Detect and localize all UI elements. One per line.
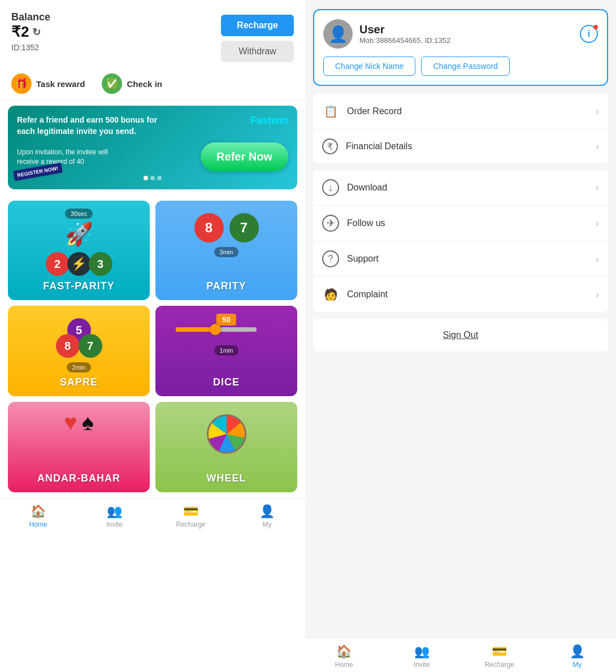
check-in-icon: ✅ <box>102 73 122 94</box>
sapre-circles: 5 8 7 <box>54 318 105 358</box>
parity-card[interactable]: 8 7 3min PARITY <box>155 201 297 300</box>
banner-brand: Fastwin <box>250 115 288 127</box>
home-icon: 🏠 <box>31 504 46 519</box>
parity-circles: 8 7 <box>194 213 259 242</box>
left-panel: Balance ₹2 ↻ ID:1352 Recharge Withdraw 🎁… <box>0 0 305 672</box>
balance-right: Recharge Withdraw <box>221 15 294 62</box>
avatar: 👤 <box>323 19 353 49</box>
task-reward-label: Task reward <box>36 79 85 89</box>
recharge-label: Recharge <box>176 521 205 528</box>
download-icon: ↓ <box>322 179 339 196</box>
financial-details-item[interactable]: ₹ Financial Details › <box>313 129 608 163</box>
dice-card[interactable]: 50 1min DICE <box>155 306 297 396</box>
balance-id: ID:1352 <box>11 43 50 52</box>
profile-card: 👤 User Mob:38866454665, ID:1352 i Change… <box>313 9 608 86</box>
complaint-label: Complaint <box>347 289 388 300</box>
task-row: 🎁 Task reward ✅ Check in <box>0 68 305 100</box>
refer-now-button[interactable]: Refer Now <box>201 142 288 171</box>
balance-amount: ₹2 ↻ <box>11 23 50 41</box>
recharge-button[interactable]: Recharge <box>221 15 294 36</box>
left-nav-home[interactable]: 🏠 Home <box>0 504 76 528</box>
right-nav-invite[interactable]: 👥 Invite <box>383 644 461 669</box>
chevron-icon-4: › <box>596 218 599 229</box>
right-invite-label: Invite <box>414 661 430 669</box>
balance-section: Balance ₹2 ↻ ID:1352 Recharge Withdraw <box>0 0 305 68</box>
profile-info: 👤 User Mob:38866454665, ID:1352 <box>323 19 450 49</box>
dice-label: DICE <box>213 376 240 388</box>
financial-icon: ₹ <box>322 138 338 154</box>
follow-us-icon: ✈ <box>322 215 339 232</box>
check-in-item[interactable]: ✅ Check in <box>102 73 162 94</box>
sapre-card[interactable]: 5 8 7 2min SAPRE <box>8 306 150 396</box>
right-bottom-nav: 🏠 Home 👥 Invite 💳 Recharge 👤 My <box>305 638 616 672</box>
wheel-card[interactable]: WHEEL <box>155 402 297 492</box>
rocket-icon: 🚀 <box>65 221 93 248</box>
sapre-timer: 2min <box>67 362 92 372</box>
chevron-icon-6: › <box>596 289 599 301</box>
left-nav-recharge[interactable]: 💳 Recharge <box>153 504 229 528</box>
right-recharge-icon: 💳 <box>492 644 507 659</box>
withdraw-button[interactable]: Withdraw <box>221 41 294 62</box>
banner-text: Refer a friend and earn 500 bonus for ea… <box>17 115 164 137</box>
balance-label: Balance <box>11 11 50 23</box>
order-record-item[interactable]: 📋 Order Record › <box>313 94 608 129</box>
complaint-icon: 🧑 <box>322 286 339 303</box>
profile-header: 👤 User Mob:38866454665, ID:1352 i <box>323 19 598 49</box>
card-suits: ♥ ♠ <box>64 410 94 435</box>
info-icon[interactable]: i <box>580 25 598 43</box>
change-nick-button[interactable]: Change Nick Name <box>323 57 415 76</box>
right-nav-recharge[interactable]: 💳 Recharge <box>461 644 539 669</box>
wheel-visual <box>207 414 246 454</box>
right-panel: 👤 User Mob:38866454665, ID:1352 i Change… <box>305 0 616 672</box>
task-reward-item[interactable]: 🎁 Task reward <box>11 73 85 94</box>
parity-label: PARITY <box>206 280 246 292</box>
left-bottom-nav: 🏠 Home 👥 Invite 💳 Recharge 👤 My <box>0 498 305 532</box>
download-label: Download <box>347 183 387 193</box>
task-reward-icon: 🎁 <box>11 73 32 94</box>
referral-banner[interactable]: Refer a friend and earn 500 bonus for ea… <box>8 106 297 189</box>
my-label: My <box>263 521 272 528</box>
follow-us-label: Follow us <box>347 218 385 228</box>
right-home-label: Home <box>335 661 353 669</box>
left-nav-my[interactable]: 👤 My <box>229 504 305 528</box>
sign-out-section: Sign Out <box>313 319 608 352</box>
dice-timer: 1min <box>214 345 239 355</box>
right-recharge-label: Recharge <box>485 661 514 669</box>
complaint-item[interactable]: 🧑 Complaint › <box>313 277 608 312</box>
notification-dot <box>593 25 598 29</box>
download-item[interactable]: ↓ Download › <box>313 170 608 206</box>
menu-section-1: 📋 Order Record › ₹ Financial Details › <box>313 94 608 163</box>
right-nav-my[interactable]: 👤 My <box>539 644 617 669</box>
follow-us-item[interactable]: ✈ Follow us › <box>313 206 608 241</box>
mobile-id: Mob:38866454665, ID:1352 <box>359 36 450 45</box>
chevron-icon: › <box>596 106 599 118</box>
my-icon: 👤 <box>259 504 275 519</box>
change-password-button[interactable]: Change Password <box>421 57 509 76</box>
right-my-label: My <box>572 661 582 669</box>
dice-slider: 50 <box>176 322 276 337</box>
balance-left: Balance ₹2 ↻ ID:1352 <box>11 11 50 52</box>
fast-parity-timer: 30sec <box>65 209 93 219</box>
refresh-icon[interactable]: ↻ <box>32 26 41 38</box>
fast-parity-label: FAST-PARITY <box>43 280 115 292</box>
order-record-icon: 📋 <box>322 103 339 120</box>
wheel-label: WHEEL <box>207 472 246 484</box>
left-nav-invite[interactable]: 👥 Invite <box>76 504 153 528</box>
game-grid: 30sec 🚀 2 ⚡ 3 FAST-PARITY 8 7 3min PARIT… <box>0 195 305 498</box>
recharge-nav-icon: 💳 <box>183 504 198 519</box>
menu-section-2: ↓ Download › ✈ Follow us › ? Support › <box>313 170 608 312</box>
andar-bahar-card[interactable]: ♥ ♠ ANDAR-BAHAR <box>8 402 150 492</box>
financial-label: Financial Details <box>346 141 412 151</box>
fast-parity-card[interactable]: 30sec 🚀 2 ⚡ 3 FAST-PARITY <box>8 201 150 300</box>
parity-timer: 3min <box>214 247 239 257</box>
invite-label: Invite <box>106 521 123 528</box>
support-item[interactable]: ? Support › <box>313 241 608 277</box>
chevron-icon-2: › <box>596 141 599 153</box>
right-nav-home[interactable]: 🏠 Home <box>305 644 383 669</box>
profile-actions: Change Nick Name Change Password <box>323 57 598 76</box>
andar-bahar-label: ANDAR-BAHAR <box>37 472 120 484</box>
right-invite-icon: 👥 <box>414 644 430 659</box>
banner-dots <box>17 176 288 180</box>
banner-sub: Upon invitation, the invitee will receiv… <box>17 148 119 167</box>
sign-out-button[interactable]: Sign Out <box>443 330 478 340</box>
